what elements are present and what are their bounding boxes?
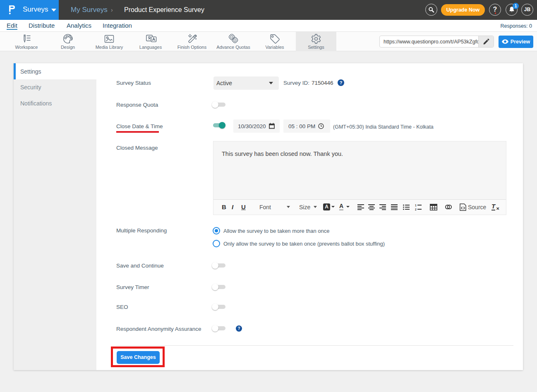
svg-text:2: 2 — [415, 208, 417, 211]
svg-text:1: 1 — [415, 204, 417, 207]
